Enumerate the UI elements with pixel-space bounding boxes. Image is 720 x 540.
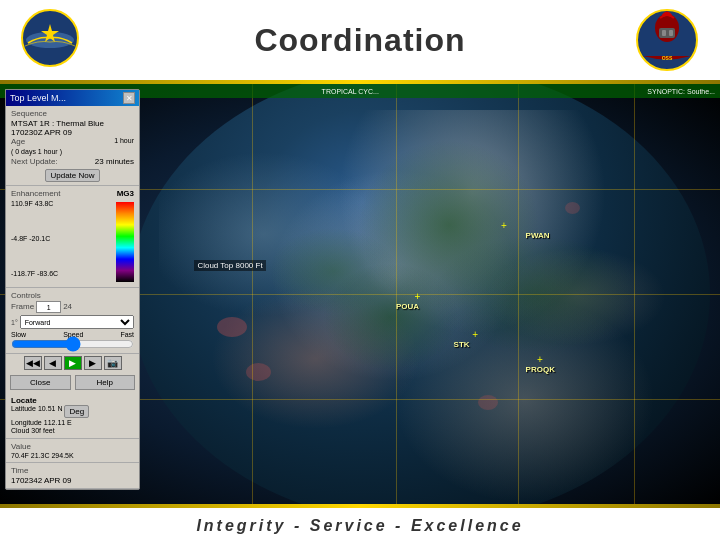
action-buttons: Close Help — [6, 372, 139, 393]
enhancement-value: MG3 — [117, 189, 134, 199]
control-panel: Top Level M... ✕ Sequence MTSAT 1R : The… — [5, 89, 140, 490]
sequence-section: Sequence MTSAT 1R : Thermal Blue 170230Z… — [6, 106, 139, 186]
right-logo: OSS — [635, 8, 700, 73]
time-section: Time 1702342 APR 09 — [6, 463, 139, 489]
map-label-tropical: TROPICAL CYC... — [322, 88, 379, 95]
panel-close-button[interactable]: ✕ — [123, 92, 135, 104]
direction-select[interactable]: Forward Backward Rock — [20, 315, 134, 329]
locate-section: Locate Latitude 10.51 N Deg Longitude 11… — [6, 393, 139, 439]
age-paren: ( 0 days 1 hour ) — [11, 148, 134, 155]
next-update-label: Next Update: — [11, 157, 58, 166]
value-section: Value 70.4F 21.3C 294.5K — [6, 439, 139, 463]
sequence-label: Sequence — [11, 109, 134, 118]
next-update-value: 23 minutes — [95, 157, 134, 167]
age-label: Age — [11, 137, 25, 146]
rewind-button[interactable]: ◀◀ — [24, 356, 42, 370]
time-val: 1702342 APR 09 — [11, 476, 134, 485]
temp-top: 110.9F 43.8C — [11, 200, 112, 207]
panel-title: Top Level M... — [10, 93, 66, 103]
enhancement-label: Enhancement — [11, 189, 60, 198]
location-dot-poua — [418, 294, 424, 300]
cloud2-unit: feet — [43, 427, 55, 434]
close-button[interactable]: Close — [10, 375, 71, 390]
time-value: 170230Z APR 09 — [11, 128, 134, 137]
lat-label: Latitude — [11, 405, 36, 418]
frame-label: Frame — [11, 302, 34, 311]
page-title: Coordination — [254, 22, 465, 59]
play-button[interactable]: ▶ — [64, 356, 82, 370]
cloud2-value: 30f — [31, 427, 41, 434]
update-now-button[interactable]: Update Now — [45, 169, 99, 182]
enhancement-section: Enhancement MG3 110.9F 43.8C -4.8F -20.1… — [6, 186, 139, 288]
camera-button[interactable]: 📷 — [104, 356, 122, 370]
value-label: Value — [11, 442, 134, 451]
svg-text:OSS: OSS — [662, 55, 673, 61]
direction-label: 1° — [11, 319, 18, 326]
lon-value: 112.11 E — [44, 419, 72, 426]
map-label-proqk: PROQK — [526, 365, 555, 374]
left-logo — [20, 8, 80, 68]
main-content: HURRICANE S TROPICAL CYC... SYNOPTIC: So… — [0, 84, 720, 504]
cloud-top-label: Cloud Top 8000 Ft — [194, 260, 265, 271]
footer-text: Integrity - Service - Excellence — [196, 517, 523, 535]
step-forward-button[interactable]: ▶ — [84, 356, 102, 370]
playback-controls: ◀◀ ◀ ▶ ▶ 📷 — [6, 354, 139, 372]
location-dot-stk — [475, 332, 481, 338]
location-dot-proqk — [540, 357, 546, 363]
time-label: Time — [11, 466, 134, 475]
controls-section: Controls Frame 24 1° Forward Backward Ro… — [6, 288, 139, 354]
color-scale — [116, 202, 134, 282]
cloud2-label: Cloud — [11, 427, 29, 434]
temp-mid: -4.8F -20.1C — [11, 235, 112, 242]
lon-label: Longitude — [11, 419, 42, 426]
panel-titlebar: Top Level M... ✕ — [6, 90, 139, 106]
sequence-value: MTSAT 1R : Thermal Blue — [11, 119, 134, 128]
frame-input[interactable] — [36, 301, 61, 313]
controls-label: Controls — [11, 291, 134, 300]
svg-rect-7 — [669, 30, 673, 36]
locate-label: Locate — [11, 396, 134, 405]
location-dot-pwan — [504, 223, 510, 229]
deg-button[interactable]: Deg — [64, 405, 89, 418]
map-label-stk: STK — [454, 340, 470, 349]
step-back-button[interactable]: ◀ — [44, 356, 62, 370]
frame-max: 24 — [63, 302, 72, 311]
temp-bot: -118.7F -83.6C — [11, 270, 112, 277]
lat-value: 10.51 N — [38, 405, 63, 418]
header: Coordination OSS — [0, 0, 720, 80]
footer: Integrity - Service - Excellence — [0, 508, 720, 540]
map-label-synoptic: SYNOPTIC: Southe... — [647, 88, 715, 95]
help-button[interactable]: Help — [75, 375, 136, 390]
map-label-pwan: PWAN — [526, 231, 550, 240]
map-label-poua: POUA — [396, 302, 419, 311]
value-val: 70.4F 21.3C 294.5K — [11, 452, 134, 459]
age-time: 1 hour — [114, 137, 134, 147]
svg-rect-6 — [662, 30, 666, 36]
speed-slider[interactable] — [11, 340, 134, 348]
